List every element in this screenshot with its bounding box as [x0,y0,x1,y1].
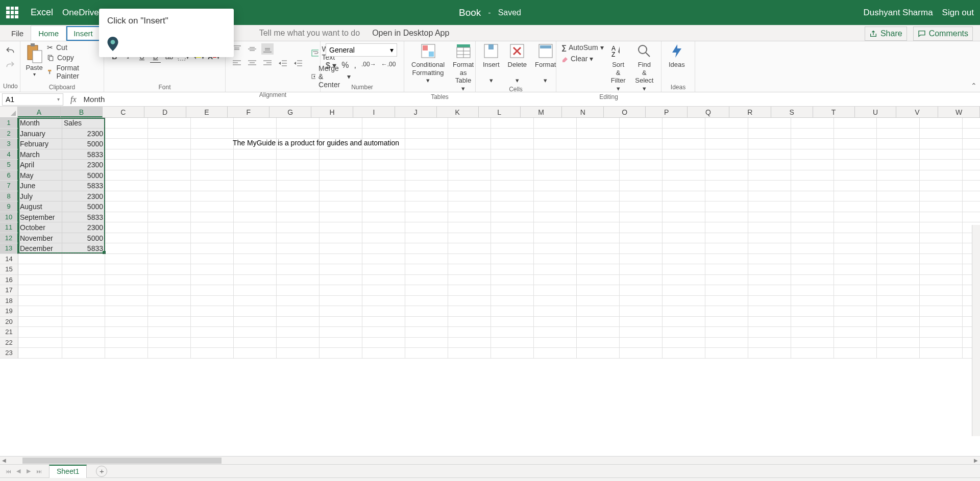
cell-F3-overflow[interactable]: The MyGuide is a product for guides and … [233,139,399,147]
redo-button[interactable] [4,59,17,72]
cell-G18[interactable] [277,296,320,307]
cell-H19[interactable] [320,306,362,317]
cell-E23[interactable] [191,348,234,359]
cell-A3[interactable]: February [18,139,62,149]
cell-P6[interactable] [663,170,705,181]
cell-H22[interactable] [320,338,362,348]
cell-V3[interactable] [920,139,963,149]
scroll-left-arrow[interactable]: ◀ [0,457,8,465]
cell-S1[interactable] [791,118,834,129]
cell-I15[interactable] [362,264,405,275]
cell-O16[interactable] [620,275,663,286]
row-header-6[interactable]: 6 [0,170,18,181]
cell-M23[interactable] [534,348,577,359]
cell-E6[interactable] [191,170,234,181]
cell-O19[interactable] [620,306,663,317]
cell-O17[interactable] [620,285,663,296]
select-all-cells[interactable] [0,107,18,117]
cell-F22[interactable] [234,338,277,348]
cell-L6[interactable] [491,170,534,181]
cell-Q6[interactable] [705,170,748,181]
cell-I23[interactable] [362,348,405,359]
cell-P19[interactable] [663,306,705,317]
cell-K5[interactable] [448,160,491,170]
cell-W4[interactable] [963,149,980,160]
cell-P14[interactable] [663,254,705,265]
cell-P22[interactable] [663,338,705,348]
cell-H2[interactable] [320,129,362,139]
cell-F13[interactable] [234,243,277,254]
cell-A13[interactable]: December [18,243,62,254]
last-sheet-button[interactable]: ⏭ [34,466,44,476]
cell-E3[interactable] [191,139,234,149]
cell-P12[interactable] [663,233,705,244]
tab-file[interactable]: File [4,26,31,41]
cell-J2[interactable] [405,129,448,139]
cell-V16[interactable] [920,275,963,286]
name-box[interactable]: A1▾ [2,93,63,106]
cell-F20[interactable] [234,317,277,327]
cell-B20[interactable] [62,317,105,327]
cell-H5[interactable] [320,160,362,170]
cell-J5[interactable] [405,160,448,170]
cell-T12[interactable] [834,233,877,244]
cell-C6[interactable] [105,170,148,181]
cell-R17[interactable] [748,285,791,296]
cell-M9[interactable] [534,201,577,212]
col-header-H[interactable]: H [311,107,353,117]
cell-H12[interactable] [320,233,362,244]
cell-U19[interactable] [877,306,920,317]
cell-S20[interactable] [791,317,834,327]
cell-N13[interactable] [577,243,620,254]
cell-A12[interactable]: November [18,233,62,244]
cell-G7[interactable] [277,181,320,191]
cell-F21[interactable] [234,327,277,338]
cell-Q15[interactable] [705,264,748,275]
clear-button[interactable]: Clear ▾ [561,55,604,63]
cell-I17[interactable] [362,285,405,296]
comments-button[interactable]: Comments [913,27,973,41]
cell-B16[interactable] [62,275,105,286]
cell-J20[interactable] [405,317,448,327]
cell-V13[interactable] [920,243,963,254]
col-header-N[interactable]: N [562,107,604,117]
cell-N9[interactable] [577,201,620,212]
cell-R19[interactable] [748,306,791,317]
cell-Q18[interactable] [705,296,748,307]
cell-P18[interactable] [663,296,705,307]
cell-Q1[interactable] [705,118,748,129]
cell-F16[interactable] [234,275,277,286]
cell-F23[interactable] [234,348,277,359]
cell-M14[interactable] [534,254,577,265]
cell-O13[interactable] [620,243,663,254]
cell-B4[interactable]: 5833 [62,149,105,160]
cell-J11[interactable] [405,222,448,233]
cell-D19[interactable] [148,306,191,317]
cell-S21[interactable] [791,327,834,338]
sheet-tab[interactable]: Sheet1 [49,465,87,478]
cell-H10[interactable] [320,212,362,223]
cell-U9[interactable] [877,201,920,212]
decrease-decimal-button[interactable]: ←.00 [381,61,396,70]
cell-I8[interactable] [362,191,405,202]
cell-I12[interactable] [362,233,405,244]
cell-P9[interactable] [663,201,705,212]
prev-sheet-button[interactable]: ◀ [13,466,23,476]
col-header-O[interactable]: O [604,107,646,117]
cell-T15[interactable] [834,264,877,275]
cell-V21[interactable] [920,327,963,338]
cell-K10[interactable] [448,212,491,223]
cell-A23[interactable] [18,348,62,359]
cell-B13[interactable]: 5833 [62,243,105,254]
cell-Q13[interactable] [705,243,748,254]
cell-T10[interactable] [834,212,877,223]
cell-L2[interactable] [491,129,534,139]
row-header-21[interactable]: 21 [0,327,18,338]
cell-E19[interactable] [191,306,234,317]
cell-G22[interactable] [277,338,320,348]
cell-F15[interactable] [234,264,277,275]
cell-T7[interactable] [834,181,877,191]
cell-F18[interactable] [234,296,277,307]
cell-G13[interactable] [277,243,320,254]
cell-I6[interactable] [362,170,405,181]
